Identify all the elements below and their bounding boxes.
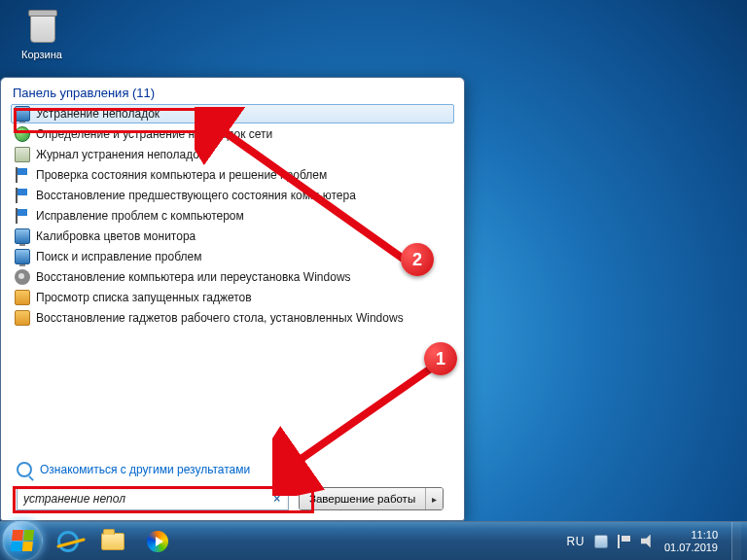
start-menu: Панель управления (11) Устранение непола…	[0, 77, 465, 521]
search-input[interactable]	[23, 492, 269, 506]
volume-icon[interactable]	[641, 535, 655, 548]
gadget-icon	[15, 290, 30, 305]
monitor-icon	[15, 228, 30, 244]
action-center-icon[interactable]	[618, 535, 631, 548]
clock-time: 11:10	[664, 529, 718, 542]
folder-icon	[101, 533, 124, 550]
taskbar-explorer[interactable]	[93, 527, 132, 556]
gear-icon	[15, 269, 30, 285]
taskbar-ie[interactable]	[49, 527, 88, 556]
search-result-item[interactable]: Устранение неполадок	[11, 104, 454, 123]
flag-icon	[15, 167, 30, 183]
monitor-icon	[15, 106, 30, 122]
globe-icon	[15, 126, 30, 142]
recycle-bin[interactable]: Корзина	[18, 8, 66, 60]
result-label: Поиск и исправление проблем	[36, 250, 201, 263]
windows-logo-icon	[11, 530, 34, 551]
media-player-icon	[147, 531, 168, 552]
result-label: Восстановление гаджетов рабочего стола, …	[36, 311, 404, 325]
search-icon	[17, 462, 32, 477]
result-label: Исправление проблем с компьютером	[36, 209, 244, 223]
gadget-icon	[15, 310, 30, 326]
result-label: Калибровка цветов монитора	[36, 229, 196, 243]
more-results-link[interactable]: Ознакомиться с другими результатами	[17, 462, 250, 477]
taskbar: RU 11:10 01.07.2019	[0, 521, 747, 560]
search-row: × Завершение работы	[17, 487, 452, 510]
search-result-item[interactable]: Восстановление предшествующего состояния…	[11, 186, 454, 205]
trash-icon	[24, 8, 59, 47]
result-label: Журнал устранения неполадок	[36, 148, 204, 161]
result-label: Устранение неполадок	[36, 107, 160, 121]
results-section-header: Панель управления (11)	[13, 86, 454, 100]
search-result-item[interactable]: Восстановление компьютера или переустано…	[11, 267, 454, 287]
search-result-item[interactable]: Исправление проблем с компьютером	[11, 206, 454, 226]
shutdown-button[interactable]: Завершение работы	[299, 487, 444, 510]
result-label: Восстановление компьютера или переустано…	[36, 270, 351, 284]
search-result-item[interactable]: Проверка состояния компьютера и решение …	[11, 165, 454, 185]
system-tray: RU 11:10 01.07.2019	[567, 522, 747, 561]
flag-icon	[15, 208, 30, 224]
language-indicator[interactable]: RU	[567, 535, 585, 548]
result-label: Определение и устранение неполадок сети	[36, 127, 272, 141]
flag-icon	[15, 188, 30, 203]
annotation-step-badge: 2	[401, 243, 434, 276]
search-result-item[interactable]: Восстановление гаджетов рабочего стола, …	[11, 308, 454, 328]
search-result-item[interactable]: Калибровка цветов монитора	[11, 227, 454, 246]
more-results-label: Ознакомиться с другими результатами	[40, 463, 250, 476]
annotation-step-badge: 1	[424, 342, 457, 375]
ie-icon	[57, 531, 79, 552]
shutdown-label: Завершение работы	[300, 488, 425, 509]
network-icon[interactable]	[594, 535, 608, 548]
search-result-item[interactable]: Поиск и исправление проблем	[11, 247, 454, 266]
result-label: Проверка состояния компьютера и решение …	[36, 168, 327, 182]
show-desktop-button[interactable]	[731, 522, 741, 561]
start-button[interactable]	[2, 520, 43, 561]
search-input-wrapper: ×	[17, 487, 289, 510]
clock-date: 01.07.2019	[664, 542, 718, 554]
desktop: Корзина Панель управления (11) Устранени…	[0, 0, 747, 560]
search-result-item[interactable]: Определение и устранение неполадок сети	[11, 124, 454, 144]
recycle-bin-label: Корзина	[18, 49, 66, 60]
result-label: Просмотр списка запущенных гаджетов	[36, 291, 252, 304]
result-label: Восстановление предшествующего состояния…	[36, 189, 356, 202]
search-result-item[interactable]: Журнал устранения неполадок	[11, 145, 454, 164]
shutdown-options-arrow[interactable]	[425, 488, 443, 509]
clear-search-button[interactable]: ×	[269, 492, 284, 506]
log-icon	[15, 147, 30, 162]
search-result-item[interactable]: Просмотр списка запущенных гаджетов	[11, 288, 454, 307]
clock[interactable]: 11:10 01.07.2019	[664, 529, 718, 554]
taskbar-media-player[interactable]	[138, 527, 177, 556]
monitor-icon	[15, 249, 30, 264]
